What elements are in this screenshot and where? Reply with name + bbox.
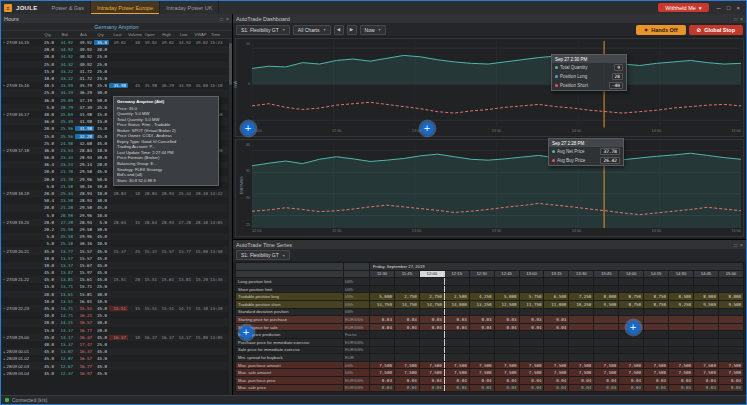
float-icon[interactable]: □ <box>734 16 737 22</box>
timeseries-cell[interactable]: 0.04 <box>718 384 743 392</box>
timeseries-cell[interactable]: 7,500 <box>494 361 519 369</box>
timeseries-cell[interactable] <box>594 323 619 331</box>
timeseries-cell[interactable] <box>669 331 694 339</box>
timeseries-cell[interactable] <box>394 346 419 354</box>
timeseries-cell[interactable] <box>394 331 419 339</box>
timeseries-cell[interactable]: 7,500 <box>594 369 619 377</box>
timeseries-cell[interactable] <box>693 308 718 316</box>
timeseries-cell[interactable] <box>693 354 718 362</box>
timeseries-cell[interactable]: 10,250 <box>569 300 594 308</box>
timeseries-cell[interactable]: 0.03 <box>419 316 444 324</box>
timeseries-cell[interactable]: 0.04 <box>718 376 743 384</box>
time-column-header[interactable]: 14:15 <box>644 270 669 278</box>
minimize-icon[interactable]: ─ <box>714 5 724 11</box>
timeseries-cell[interactable]: 7,500 <box>544 369 569 377</box>
timeseries-cell[interactable] <box>394 354 419 362</box>
timeseries-cell[interactable]: 7,500 <box>444 369 469 377</box>
book-row[interactable]: 20.034.9240.9225.0 <box>1 53 232 60</box>
timeseries-cell[interactable] <box>519 331 544 339</box>
timeseries-cell[interactable] <box>644 346 669 354</box>
tab-intraday-power-uk[interactable]: Intraday Power UK <box>160 1 219 14</box>
timeseries-cell[interactable]: 0.04 <box>494 376 519 384</box>
timeseries-cell[interactable] <box>569 316 594 324</box>
timeseries-cell[interactable]: 0.04 <box>569 384 594 392</box>
timeseries-cell[interactable] <box>494 338 519 346</box>
timeseries-cell[interactable] <box>494 308 519 316</box>
book-row[interactable]: 20.013.6115.8130.0 <box>1 291 232 298</box>
timeseries-cell[interactable]: 8,000 <box>693 293 718 301</box>
timeseries-cell[interactable] <box>370 308 395 316</box>
book-row[interactable]: 5.025.5829.9645.0 <box>1 233 232 240</box>
timeseries-cell[interactable]: 0.03 <box>394 316 419 324</box>
timeseries-cell[interactable] <box>394 285 419 293</box>
timeseries-cell[interactable] <box>370 354 395 362</box>
orderbook-scrollbar[interactable] <box>229 39 232 395</box>
timeseries-cell[interactable] <box>718 338 743 346</box>
timeseries-cell[interactable]: 7,500 <box>619 369 644 377</box>
timeseries-cell[interactable] <box>469 331 494 339</box>
timeseries-cell[interactable] <box>419 308 444 316</box>
timeseries-cell[interactable]: 8,000 <box>718 293 743 301</box>
timeseries-cell[interactable] <box>419 346 444 354</box>
book-row[interactable]: 50.423.5828.9430.0 <box>1 197 232 204</box>
book-row[interactable]: 10.014.7116.2125.0 <box>1 312 232 319</box>
timeseries-cell[interactable] <box>693 316 718 324</box>
tab-intraday-power-europe[interactable]: Intraday Power Europe <box>91 1 160 14</box>
timeseries-cell[interactable] <box>569 278 594 286</box>
book-group-row[interactable]: + 28/09 02-0345.012.6716.7745.0 <box>1 362 232 369</box>
time-column-header[interactable]: 13:30 <box>569 270 594 278</box>
time-column-header[interactable]: 13:00 <box>519 270 544 278</box>
group-label[interactable]: − 27/09 16-17 <box>1 112 41 117</box>
timeseries-cell[interactable]: 0.04 <box>544 323 569 331</box>
timeseries-cell[interactable] <box>544 331 569 339</box>
timeseries-cell[interactable]: 0.04 <box>444 323 469 331</box>
position-chart[interactable]: MW 500-50 12:0012:3013:0013:3014:0014:30… <box>235 38 744 137</box>
timeseries-cell[interactable] <box>594 316 619 324</box>
timeseries-cell[interactable] <box>669 354 694 362</box>
timeseries-cell[interactable] <box>469 308 494 316</box>
timeseries-cell[interactable] <box>693 331 718 339</box>
book-row[interactable]: 5.020.9829.9610.0 <box>1 212 232 219</box>
timeseries-cell[interactable]: 0.04 <box>370 384 395 392</box>
book-group-row[interactable]: − 27/09 23-0045.014.1716.3745.016.371016… <box>1 334 232 341</box>
timeseries-cell[interactable]: 5,750 <box>519 293 544 301</box>
tab-power-gas[interactable]: Power & Gas <box>46 1 91 14</box>
book-row[interactable]: 25.034.3240.9225.0 <box>1 61 232 68</box>
timeseries-cell[interactable]: 5,000 <box>494 293 519 301</box>
timeseries-cell[interactable]: 7,500 <box>644 361 669 369</box>
book-group-row[interactable]: − 27/09 20-2145.013.7715.5745.015.372515… <box>1 247 232 254</box>
timeseries-cell[interactable] <box>519 308 544 316</box>
timeseries-cell[interactable]: 2,500 <box>444 293 469 301</box>
time-column-header[interactable]: 12:30 <box>469 270 494 278</box>
timeseries-cell[interactable] <box>594 338 619 346</box>
book-row[interactable]: 20.021.2829.5845.0 <box>1 204 232 211</box>
withheld-me-button[interactable]: Withheld Me ▾ <box>658 3 708 12</box>
book-row[interactable]: 15.013.7115.7125.0 <box>1 283 232 290</box>
timeseries-cell[interactable] <box>569 308 594 316</box>
timeseries-cell[interactable] <box>419 331 444 339</box>
hands-off-button[interactable]: ✦ Hands Off <box>636 25 686 35</box>
timeseries-cell[interactable] <box>370 331 395 339</box>
timeseries-cell[interactable] <box>444 346 469 354</box>
float-icon[interactable]: □ <box>734 242 737 248</box>
timeseries-cell[interactable]: 7,500 <box>370 369 395 377</box>
book-row[interactable]: 45.013.0715.9745.0 <box>1 269 232 276</box>
timeseries-cell[interactable] <box>594 354 619 362</box>
timeseries-cell[interactable] <box>644 331 669 339</box>
timeseries-cell[interactable] <box>594 331 619 339</box>
timeseries-cell[interactable] <box>718 285 743 293</box>
timeseries-cell[interactable] <box>544 338 569 346</box>
book-group-row[interactable]: − 27/09 21-2245.013.8115.6145.015.512015… <box>1 276 232 283</box>
timeseries-cell[interactable] <box>718 316 743 324</box>
timeseries-cell[interactable] <box>519 346 544 354</box>
time-column-header[interactable]: 13:45 <box>594 270 619 278</box>
timeseries-cell[interactable] <box>419 338 444 346</box>
timeseries-cell[interactable]: 0.04 <box>494 323 519 331</box>
group-label[interactable]: − 27/09 18-19 <box>1 191 41 196</box>
timeseries-cell[interactable] <box>644 278 669 286</box>
timeseries-cell[interactable]: 11,750 <box>519 300 544 308</box>
timeseries-cell[interactable]: 0.04 <box>619 384 644 392</box>
timeseries-cell[interactable] <box>669 316 694 324</box>
timeseries-cell[interactable]: 0.04 <box>419 376 444 384</box>
timeseries-cell[interactable]: 7,500 <box>469 361 494 369</box>
